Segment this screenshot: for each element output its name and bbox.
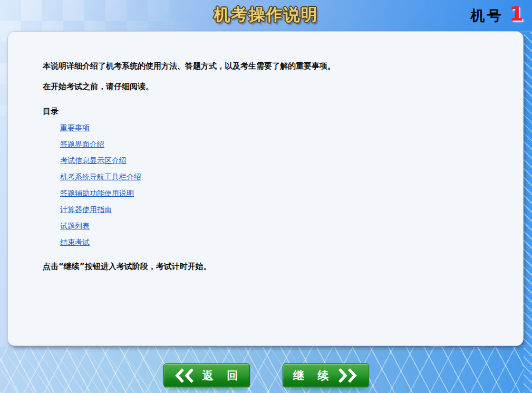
toc-list-item: 试题列表 [60,221,491,231]
toc-heading: 目录 [43,107,491,116]
toc-list-item: 答题界面介绍 [60,139,491,149]
toc-list: 重要事项 答题界面介绍 考试信息显示区介绍 机考系统导航工具栏介绍 答题辅助功能… [43,123,491,247]
toc-link-important-notes[interactable]: 重要事项 [60,123,90,132]
double-chevron-right-icon [336,368,358,384]
button-bar: 返 回 继 续 [0,363,532,387]
toc-list-item: 结束考试 [60,237,491,247]
page-title: 机考操作说明 [0,4,532,26]
toc-list-item: 计算器使用指南 [60,205,491,214]
toc-link-end-exam[interactable]: 结束考试 [60,238,90,246]
toc-link-answer-interface[interactable]: 答题界面介绍 [60,140,104,148]
continue-button[interactable]: 继 续 [283,363,369,387]
toc-list-item: 机考系统导航工具栏介绍 [60,172,491,181]
content-panel: 本说明详细介绍了机考系统的使用方法、答题方式，以及考生需要了解的重要事项。 在开… [7,31,524,346]
toc-link-calculator-guide[interactable]: 计算器使用指南 [60,205,112,214]
right-stripe-decoration [524,32,532,393]
toc-list-item: 答题辅助功能使用说明 [60,188,491,198]
machine-number-badge: 机号 1 [471,2,524,25]
toc-link-navigation-toolbar[interactable]: 机考系统导航工具栏介绍 [60,172,141,181]
machine-number-value: 1 [510,2,524,25]
toc-list-item: 考试信息显示区介绍 [60,156,491,165]
back-button[interactable]: 返 回 [163,363,250,387]
exam-instructions-screen: 机考操作说明 机号 1 本说明详细介绍了机考系统的使用方法、答题方式，以及考生需… [0,0,532,393]
machine-number-label: 机号 [471,6,504,25]
toc-list-item: 重要事项 [60,123,491,132]
footer-note: 点击“继续”按钮进入考试阶段，考试计时开始。 [43,262,491,271]
header: 机考操作说明 机号 1 [0,0,532,31]
toc-link-question-list[interactable]: 试题列表 [60,222,90,230]
double-chevron-left-icon [174,368,196,384]
toc-link-exam-info-area[interactable]: 考试信息显示区介绍 [60,156,127,165]
toc-link-answer-aids[interactable]: 答题辅助功能使用说明 [60,189,134,197]
back-button-label: 返 回 [202,368,239,383]
continue-button-label: 继 续 [293,368,330,383]
intro-paragraph-1: 本说明详细介绍了机考系统的使用方法、答题方式，以及考生需要了解的重要事项。 [43,61,491,71]
intro-paragraph-2: 在开始考试之前，请仔细阅读。 [43,82,491,91]
